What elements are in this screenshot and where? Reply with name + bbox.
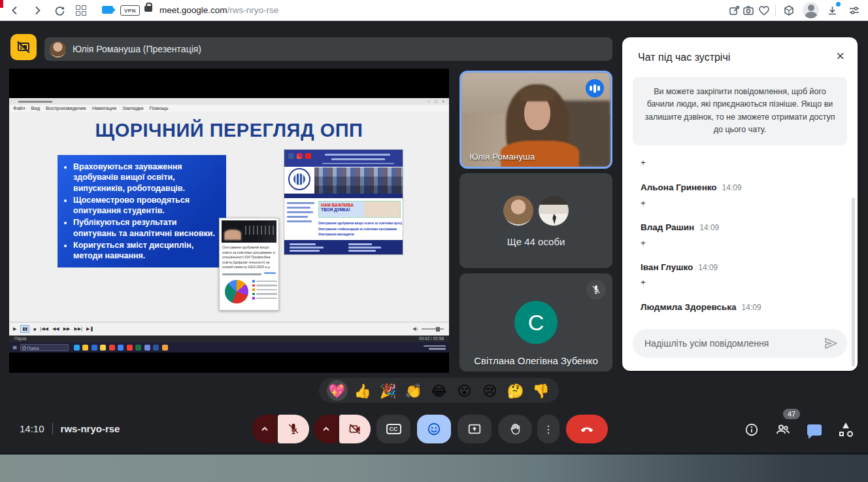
chat-title: Чат під час зустрічі [638, 52, 730, 63]
video-tile-participant[interactable]: С Світлана Олегівна Зубенко [459, 273, 612, 371]
chat-time: 14:09 [742, 303, 761, 312]
chat-input[interactable] [643, 337, 824, 349]
presentation-warning-button[interactable] [10, 34, 37, 60]
extensions-cube-icon[interactable] [782, 3, 796, 18]
more-options-button[interactable]: ⋮ [537, 415, 559, 443]
reaction-cry[interactable]: 😢 [480, 380, 501, 401]
present-button[interactable] [458, 415, 492, 443]
reaction-laugh[interactable]: 😂 [429, 380, 450, 401]
camera-off-button[interactable] [339, 415, 371, 443]
easy-setup-icon[interactable] [847, 3, 861, 18]
site-logo [288, 168, 310, 190]
survey-link: Опитування викладачів [318, 233, 402, 236]
mic-muted-icon [586, 280, 606, 300]
website-header [284, 150, 403, 167]
clock-label: 14:10 [20, 423, 44, 434]
camera-options-chevron[interactable] [314, 415, 339, 443]
survey-link-chip [264, 272, 276, 274]
address-bar[interactable]: meet.google.com/rws-nryo-rse [159, 0, 278, 20]
profile-avatar[interactable] [803, 2, 819, 18]
chat-icon-active[interactable] [807, 422, 822, 438]
presenter-avatar [50, 41, 66, 58]
chat-message-header: Людмила Здоревська14:09 [641, 302, 761, 312]
activities-icon[interactable] [838, 422, 854, 438]
reaction-clap[interactable]: 👏 [403, 380, 424, 401]
screen: VPN meet.google.com/rws-nryo-rse [0, 0, 868, 482]
start-button-icon: ⊞ [12, 345, 17, 351]
reaction-party[interactable]: 🎉 [378, 380, 399, 401]
send-icon[interactable] [824, 336, 838, 351]
skip-end-icon: ▶▶| [75, 326, 83, 332]
video-tile-speaker[interactable]: Юлія Романуша [459, 71, 612, 169]
back-icon[interactable] [8, 3, 22, 18]
instagram-icon [297, 153, 303, 159]
video-tile-others[interactable]: Ще 44 особи [459, 173, 612, 268]
player-statusbar: Пауза 00:42 / 00:58 [9, 336, 449, 342]
play-icon: ▶ [13, 326, 16, 332]
mic-options-chevron[interactable] [252, 415, 277, 443]
participants-icon[interactable] [775, 422, 791, 438]
vpn-badge[interactable]: VPN [120, 5, 140, 16]
pause-icon: ▮▮ [20, 325, 29, 333]
flow-share-icon[interactable] [727, 3, 741, 18]
presenter-search-box: Поиск [20, 344, 69, 351]
chat-message-text: + [641, 158, 646, 167]
reactions-bar: 💖 👍 🎉 👏 😂 😮 😢 🤔 👎 [319, 378, 559, 403]
meeting-details-icon[interactable] [744, 422, 760, 438]
tile-name-label: Юлія Романуша [469, 152, 535, 162]
close-icon[interactable]: × [836, 49, 844, 63]
menu-item: Навигация [92, 105, 116, 111]
survey-title: Опитування здобувачів вищої освіти за ос… [222, 245, 276, 270]
player-title-text [18, 101, 52, 103]
site-banner: НАМ ВАЖЛИВА ТВОЯ ДУМКА! [318, 201, 401, 218]
reload-icon[interactable] [52, 3, 67, 18]
snapshot-camera-icon[interactable] [741, 3, 756, 18]
menu-item: Помощь [149, 105, 168, 111]
camera-in-use-icon[interactable] [102, 6, 113, 14]
reaction-heart[interactable]: 💖 [327, 380, 348, 401]
bookmark-heart-icon[interactable] [757, 3, 771, 18]
windows-taskbar: zm ▲ УКР 14:10 19.02.2025 [0, 453, 868, 482]
survey-link: Опитування стейкхолдерів за освітніми пр… [318, 228, 402, 231]
chat-input-wrap [633, 329, 847, 358]
banner-line-1: НАМ ВАЖЛИВА [321, 203, 398, 207]
presenter-banner: Юлія Романуша (Презентація) [44, 37, 612, 61]
participants-count-badge: 47 [783, 409, 800, 419]
chat-scrollbar[interactable] [852, 198, 855, 366]
chat-author: Альона Гриненко [641, 182, 717, 192]
banner-line-2: ТВОЯ ДУМКА! [321, 207, 398, 212]
divider [52, 422, 53, 434]
player-controls: ▶ ▮▮ ■ |◀◀ ◀◀ ▶▶ ▶▶| ▶❚ [9, 322, 449, 336]
browser-toolbar: VPN meet.google.com/rws-nryo-rse [0, 0, 868, 21]
forward-icon[interactable] [30, 3, 44, 18]
lock-icon[interactable] [144, 6, 152, 12]
slide-bullet-box: Враховуються зауваження здобувачів вищої… [58, 155, 226, 267]
shared-screen: – □ × Файл Вид Воспроизведение Навигация… [9, 69, 449, 373]
reaction-thumbs-down[interactable]: 👎 [531, 380, 552, 401]
reaction-thinking[interactable]: 🤔 [505, 380, 526, 401]
hands-on-keyboard [224, 230, 241, 240]
player-titlebar: – □ × [9, 98, 449, 105]
downloads-icon[interactable] [825, 3, 839, 18]
end-call-button[interactable] [566, 415, 608, 443]
slide: ЩОРІЧНИЙ ПЕРЕГЛЯД ОПП Враховуються заува… [9, 112, 449, 322]
fast-forward-icon: ▶▶ [63, 326, 71, 332]
reaction-thumbs-up[interactable]: 👍 [352, 380, 373, 401]
facebook-icon [288, 153, 294, 159]
reactions-button[interactable] [417, 415, 451, 443]
avatar-woman [503, 196, 533, 226]
chat-panel: Чат під час зустрічі × Ви можете закріпи… [622, 37, 858, 371]
raise-hand-button[interactable] [498, 415, 532, 443]
reaction-surprised[interactable]: 😮 [454, 380, 475, 401]
slide-bullet: Публікуються результати опитувань та ана… [73, 217, 221, 239]
captions-button[interactable]: CC [376, 415, 410, 443]
presenter-label: Юлія Романуша (Презентація) [73, 44, 201, 54]
speed-dial-grid-icon[interactable] [74, 3, 88, 18]
site-name-line [325, 154, 390, 156]
site-survey-links: Опитування здобувачів вищої освіти за ос… [318, 222, 402, 239]
chat-message-text: + [641, 238, 646, 248]
website-screenshot: НАМ ВАЖЛИВА ТВОЯ ДУМКА! Опитування здобу… [284, 149, 403, 255]
mic-muted-button[interactable] [278, 415, 309, 443]
survey-legend [252, 280, 277, 301]
chat-message-header: Іван Глушко14:09 [641, 262, 718, 272]
